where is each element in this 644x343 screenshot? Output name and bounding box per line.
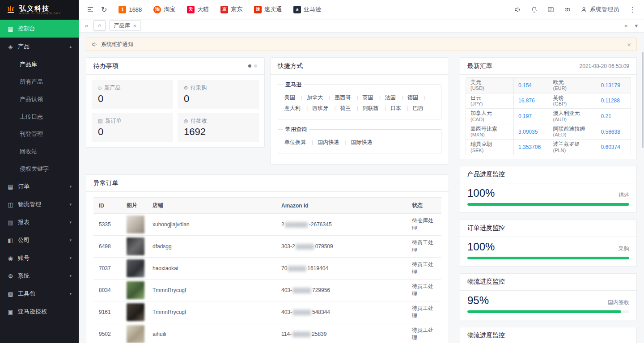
shortcut-link-jp[interactable]: 日本 [380, 105, 401, 111]
order-thumbnail [127, 281, 144, 299]
user-menu[interactable]: 系统管理员 [580, 5, 619, 13]
carousel-dot[interactable] [254, 64, 257, 68]
stat-value: 1692 [184, 126, 253, 138]
sidebar-item-amazon-auth[interactable]: ▣ 亚马逊授权 [0, 303, 79, 321]
tab-home[interactable]: ⌂ [93, 20, 106, 31]
sidebar-item-product[interactable]: ◈ 产品 ▴ [0, 38, 79, 55]
chevron-down-icon: ▾ [69, 184, 72, 189]
sidebar-item-toolkit[interactable]: ▩ 工具包 ▾ [0, 285, 79, 303]
stat-new-products[interactable]: ◇ 新产品 0 [92, 80, 173, 109]
order-id-link[interactable]: 5335 [93, 214, 121, 236]
shortcut-link-fr[interactable]: 法国 [375, 94, 396, 101]
dashboard-left-column: 待办事项 ◇ 新产品 [86, 57, 449, 343]
progress-card-header: 订单进度监控 [460, 220, 636, 237]
progress-bar [467, 257, 629, 259]
shortcut-link-intl-express[interactable]: 国际快递 [341, 139, 373, 145]
shortcut-link-uk[interactable]: 英国 [352, 94, 373, 101]
app-logo: 弘义科技 HONG YI TECHNOLOGY [0, 0, 79, 20]
order-icon: ▤ [7, 183, 14, 190]
platform-link-1688[interactable]: 1 1688 [119, 6, 142, 13]
notice-close-icon[interactable]: × [627, 41, 631, 48]
order-id-link[interactable]: 8034 [93, 279, 121, 301]
shortcut-link-de[interactable]: 德国 [397, 94, 418, 101]
progress-title: 订单进度监控 [467, 224, 505, 232]
orders-card-header: 异常订单 [86, 175, 449, 192]
platform-link-amazon[interactable]: a 亚马逊 [293, 5, 321, 13]
progress-percent: 100% [467, 241, 495, 253]
sidebar-subitem-upload-log[interactable]: 上传日志 [0, 108, 79, 125]
order-id-link[interactable]: 7037 [93, 258, 121, 279]
bell-icon[interactable] [531, 6, 538, 13]
system-gear-icon: ⚙ [7, 273, 14, 279]
shortcut-link-ae[interactable]: 阿联酋 [352, 105, 379, 111]
order-id-link[interactable]: 9161 [93, 301, 121, 323]
currency-cell: 英镑(GBP) [548, 93, 596, 109]
refresh-icon[interactable]: ↻ [101, 5, 107, 14]
currency-cell: 加拿大元(CAD) [466, 109, 514, 124]
shortcut-link-es[interactable]: 西班牙 [302, 105, 328, 111]
volume-icon[interactable] [514, 6, 521, 13]
order-id-link[interactable]: 9502 [93, 323, 121, 343]
shortcut-link-ca[interactable]: 加拿大 [297, 94, 323, 101]
rate-value: 0.60374 [596, 140, 631, 155]
platform-link-aliexpress[interactable]: 速 速卖通 [254, 5, 282, 13]
sidebar-subitem-listing-manage[interactable]: 刊登管理 [0, 125, 79, 143]
order-status: 待员工处理 [407, 279, 441, 301]
currency-cell: 瑞典克朗(SEK) [466, 140, 514, 155]
scroll-tabs-left-icon[interactable]: « [83, 22, 90, 29]
currency-cell: 美元(USD) [466, 78, 514, 93]
shortcut-link-mx[interactable]: 墨西哥 [325, 94, 351, 101]
sidebar-item-reports[interactable]: ▥ 报表 ▾ [0, 213, 79, 231]
col-status: 状态 [407, 198, 441, 214]
progress-label: 国内签收 [608, 299, 629, 306]
sidebar-item-dashboard[interactable]: ▦ 控制台 [0, 20, 79, 38]
progress-percent: 100% [467, 187, 495, 199]
platform-link-tmall[interactable]: 天 天猫 [187, 5, 209, 13]
scroll-tabs-right-icon[interactable]: » [623, 22, 629, 29]
sidebar-item-label: 亚马逊授权 [18, 308, 47, 316]
stat-label-row: ▤ 新订单 [98, 117, 167, 125]
stat-pending-purchase[interactable]: ⊕ 待采购 0 [178, 80, 259, 109]
dashboard-grid: 待办事项 ◇ 新产品 [86, 57, 637, 343]
shortcut-link-unit-convert[interactable]: 单位换算 [284, 139, 306, 145]
page-scrollbar[interactable] [642, 52, 644, 148]
user-icon [580, 6, 587, 13]
stat-label-row: ◎ 待签收 [184, 117, 253, 125]
carousel-dot-active[interactable] [248, 64, 251, 68]
tabs-menu-icon[interactable]: ▾ [633, 22, 640, 29]
progress-card-header: 物流进度监控 [460, 327, 636, 343]
shortcut-link-domestic-express[interactable]: 国内快递 [307, 139, 339, 145]
shortcut-link-br[interactable]: 巴西 [402, 105, 424, 111]
sidebar-item-account[interactable]: ◉ 账号 ▾ [0, 249, 79, 267]
shortcut-link-us[interactable]: 美国 [284, 94, 295, 101]
order-id-link[interactable]: 6498 [93, 236, 121, 258]
sidebar-subitem-product-claim[interactable]: 产品认领 [0, 90, 79, 108]
sidebar-subitem-product-library[interactable]: 产品库 [0, 55, 79, 73]
currency-cell: 波兰兹罗提(PLN) [548, 140, 596, 155]
sidebar-item-orders[interactable]: ▤ 订单 ▾ [0, 178, 79, 195]
rate-value: 0.56638 [596, 124, 631, 140]
order-status: 待员工处理 [407, 323, 441, 343]
sidebar-subitem-all-products[interactable]: 所有产品 [0, 73, 79, 90]
platform-link-taobao[interactable]: 淘 淘宝 [153, 5, 175, 13]
chevron-down-icon: ▾ [69, 220, 72, 224]
orders-title: 异常订单 [93, 179, 119, 187]
order-shop: aihuili [147, 323, 276, 343]
chevron-up-icon: ▴ [69, 44, 72, 49]
panel-icon[interactable] [547, 6, 554, 13]
shortcut-link-nl[interactable]: 荷兰 [330, 105, 351, 111]
sidebar-item-company[interactable]: ◧ 公司 ▾ [0, 231, 79, 249]
platform-link-jd[interactable]: 京 京东 [220, 5, 242, 13]
sidebar-item-logistics[interactable]: ◫ 物流管理 ▾ [0, 195, 79, 213]
collapse-sidebar-icon[interactable] [87, 6, 94, 13]
more-icon[interactable]: ⋮ [629, 5, 636, 14]
stat-new-orders[interactable]: ▤ 新订单 0 [92, 113, 173, 142]
stat-pending-receipt[interactable]: ◎ 待签收 1692 [178, 113, 259, 142]
sidebar-subitem-infringing-keywords[interactable]: 侵权关键字 [0, 160, 79, 178]
tab-product-library[interactable]: 产品库 × [109, 20, 141, 31]
sidebar-item-system[interactable]: ⚙ 系统 ▾ [0, 267, 79, 285]
close-icon[interactable]: × [133, 22, 136, 29]
sidebar-subitem-recycle-bin[interactable]: 回收站 [0, 143, 79, 160]
theme-icon[interactable] [564, 6, 571, 13]
logo-title: 弘义科技 [19, 5, 61, 13]
